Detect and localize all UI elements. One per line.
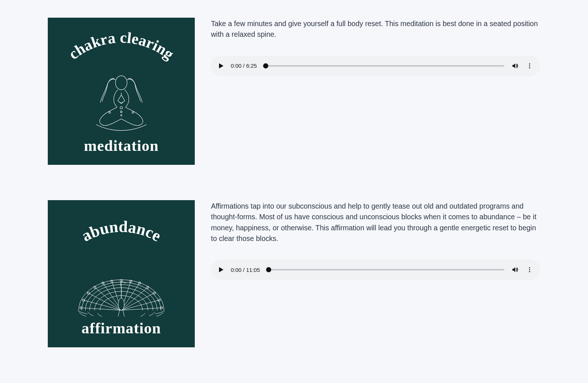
svg-text:abundance: abundance xyxy=(79,217,164,245)
svg-point-8 xyxy=(529,65,530,66)
play-button[interactable] xyxy=(218,63,224,69)
svg-point-5 xyxy=(121,111,122,113)
tile-subtitle: affirmation xyxy=(82,319,161,337)
svg-point-9 xyxy=(529,67,530,68)
more-options-button[interactable] xyxy=(526,266,534,274)
svg-point-7 xyxy=(529,63,530,64)
svg-point-6 xyxy=(121,115,122,116)
svg-point-37 xyxy=(118,298,125,310)
affirmation-card: abundance xyxy=(48,200,540,347)
seek-slider[interactable] xyxy=(266,269,504,270)
tile-title-arch: chakra clearing xyxy=(53,29,190,73)
tile-chakra-clearing: chakra clearing meditation xyxy=(48,18,195,165)
play-button[interactable] xyxy=(218,266,224,273)
svg-text:chakra clearing: chakra clearing xyxy=(65,29,177,63)
kebab-icon xyxy=(526,63,533,69)
tile-subtitle: meditation xyxy=(84,137,159,155)
play-icon xyxy=(218,63,224,69)
tile-abundance: abundance xyxy=(48,200,195,347)
svg-point-40 xyxy=(529,267,530,268)
more-options-button[interactable] xyxy=(526,62,534,70)
audio-player: 0:00 / 6:25 xyxy=(211,56,540,76)
svg-point-2 xyxy=(109,111,111,113)
card-content: Take a few minutes and give yourself a f… xyxy=(211,18,540,76)
card-content: Affirmations tap into our subconscious a… xyxy=(211,200,540,280)
seek-slider[interactable] xyxy=(263,65,504,67)
svg-point-4 xyxy=(120,107,122,109)
svg-point-42 xyxy=(529,271,530,272)
peacock-icon xyxy=(53,255,190,319)
meditation-figure-icon xyxy=(53,73,190,137)
play-icon xyxy=(218,267,224,273)
time-display: 0:00 / 11:05 xyxy=(231,267,260,273)
volume-icon xyxy=(511,266,519,273)
time-display: 0:00 / 6:25 xyxy=(231,63,257,69)
description-text: Affirmations tap into our subconscious a… xyxy=(211,201,540,244)
tile-title-arch: abundance xyxy=(53,211,190,255)
volume-icon xyxy=(511,62,519,70)
description-text: Take a few minutes and give yourself a f… xyxy=(211,18,540,40)
svg-line-11 xyxy=(80,308,121,311)
svg-point-3 xyxy=(132,111,134,113)
audio-player: 0:00 / 11:05 xyxy=(211,259,540,280)
svg-line-38 xyxy=(118,309,120,316)
svg-point-1 xyxy=(115,76,127,90)
volume-button[interactable] xyxy=(511,266,519,274)
kebab-icon xyxy=(526,266,533,273)
volume-button[interactable] xyxy=(511,62,519,70)
svg-line-39 xyxy=(123,309,124,316)
svg-line-12 xyxy=(121,308,163,311)
meditation-card: chakra clearing meditation Take a few mi… xyxy=(48,18,540,165)
svg-point-41 xyxy=(529,269,530,270)
